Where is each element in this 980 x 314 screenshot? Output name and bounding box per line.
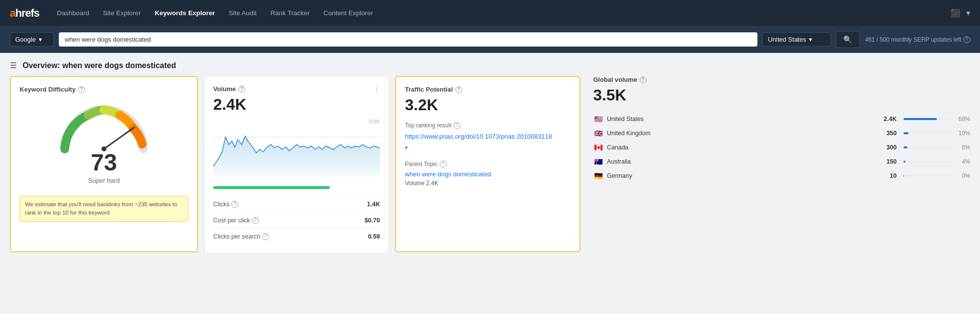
pct-uk: 10% [956,130,970,137]
vol-chart: 3.8K [213,118,380,181]
bar-us [904,118,937,120]
kd-help-icon[interactable]: ? [78,86,85,93]
serp-info: 461 / 500 monthly SERP updates left ? [865,36,970,43]
svg-point-1 [101,146,106,151]
bar-de [904,175,904,177]
global-help-icon[interactable]: ? [640,76,647,83]
flag-au: 🇦🇺 [593,158,603,165]
bar-wrap-uk [904,132,953,134]
country-arrow: ▾ [809,36,812,43]
tp-parent-keyword[interactable]: when were dogs domesticated [405,170,491,178]
flag-uk: 🇬🇧 [593,130,603,137]
country-us: United States [607,116,876,122]
global-main-number: 3.5K [593,86,970,104]
svg-line-0 [104,127,134,149]
cpc-value: $0.70 [365,217,380,224]
tp-volume: Volume 2.4K [405,180,571,187]
num-ca: 300 [879,144,897,151]
num-de: 10 [879,172,897,179]
vol-stat-cpc: Cost per click ? $0.70 [213,213,380,229]
nav-keywords-explorer[interactable]: Keywords Explorer [154,9,215,17]
vol-main-number: 2.4K [213,96,380,114]
clicks-help-icon[interactable]: ? [231,201,238,208]
vol-card-menu[interactable]: ⋮ [373,84,381,94]
bar-wrap-us [904,118,953,120]
bar-wrap-au [904,161,953,163]
bar-uk [904,132,908,134]
volume-card: Volume ? ⋮ 2.4K 3.8K [204,76,389,254]
search-bar: Google ▾ United States ▾ 🔍 461 / 500 mon… [0,26,980,53]
serp-updates-text: 461 / 500 monthly SERP updates left [865,36,961,43]
kd-label: Super hard [88,177,120,184]
tp-url-dropdown[interactable]: ▾ [405,145,408,150]
tp-parent-help-icon[interactable]: ? [440,161,447,168]
global-row-uk: 🇬🇧 United Kingdom 350 10% [593,126,970,141]
kd-gauge [55,100,153,154]
flag-de: 🇩🇪 [593,172,603,179]
bar-ca [904,146,907,148]
nav-content-explorer[interactable]: Content Explorer [324,9,373,17]
tp-card-title: Traffic Potential ? [405,86,571,93]
pct-au: 4% [956,158,970,165]
serp-help-icon[interactable]: ? [963,36,970,43]
pct-us: 68% [956,116,970,122]
tp-help-icon[interactable]: ? [455,86,462,93]
vol-stat-clicks: Clicks ? 1.4K [213,196,380,213]
vol-chart-max: 3.8K [369,119,380,124]
engine-arrow: ▾ [39,36,42,43]
nav-site-audit[interactable]: Site Audit [228,9,256,17]
global-volume-card: Global volume ? 3.5K 🇺🇸 United States 2.… [583,76,970,183]
num-uk: 350 [879,130,897,137]
cpc-help-icon[interactable]: ? [252,217,259,224]
global-card-title: Global volume ? [593,76,970,83]
num-us: 2.4K [879,116,897,122]
engine-label: Google [15,36,36,43]
global-row-de: 🇩🇪 Germany 10 0% [593,169,970,183]
country-au: Australia [607,158,876,165]
overview-header: ☰ Overview: when were dogs domesticated [0,53,980,76]
num-au: 150 [879,158,897,165]
search-input[interactable] [59,32,757,47]
country-label: United States [768,36,806,43]
cards-grid: Keyword Difficulty ? [0,76,980,264]
chevron-down-icon[interactable]: ▾ [966,8,970,18]
keyword-difficulty-card: Keyword Difficulty ? [10,76,198,252]
nav-site-explorer[interactable]: Site Explorer [103,9,141,17]
engine-select[interactable]: Google ▾ [10,32,54,47]
vol-card-title: Volume ? [213,85,380,93]
hamburger-icon[interactable]: ☰ [10,61,17,70]
tp-top-ranking-help-icon[interactable]: ? [453,122,460,129]
kd-note: We estimate that you'll need backlinks f… [20,196,188,222]
logo[interactable]: ahrefs [10,7,39,20]
bar-wrap-ca [904,146,953,148]
navbar: ahrefs Dashboard Site Explorer Keywords … [0,0,980,26]
flag-us: 🇺🇸 [593,116,603,122]
bar-au [904,161,905,163]
traffic-potential-card: Traffic Potential ? 3.2K Top ranking res… [395,76,580,252]
country-de: Germany [607,172,876,179]
clicks-value: 1.4K [367,201,380,208]
country-select[interactable]: United States ▾ [762,32,831,47]
nav-icons: ⬛ ▾ [951,8,970,18]
vol-stat-cps: Clicks per search ? 0.59 [213,229,380,244]
tp-parent-section: Parent Topic ? when were dogs domesticat… [405,161,571,187]
cps-value: 0.59 [368,233,380,240]
flag-ca: 🇨🇦 [593,144,603,151]
vol-help-icon[interactable]: ? [238,86,245,93]
cps-help-icon[interactable]: ? [262,233,269,240]
search-button[interactable]: 🔍 [836,31,860,48]
pct-de: 0% [956,172,970,179]
country-uk: United Kingdom [607,130,876,137]
tp-main-number: 3.2K [405,96,571,114]
vol-green-bar [213,186,330,189]
global-row-ca: 🇨🇦 Canada 300 8% [593,141,970,155]
tp-url[interactable]: https://www.pnas.org/doi/10.1073/pnas.20… [405,132,571,142]
pct-ca: 8% [956,144,970,151]
tp-top-ranking-label: Top ranking result ? [405,122,571,129]
page-title: Overview: when were dogs domesticated [23,61,176,70]
nav-rank-tracker[interactable]: Rank Tracker [270,9,309,17]
tp-parent-topic-label: Parent Topic ? [405,161,571,168]
bar-wrap-de [904,175,953,177]
monitor-icon[interactable]: ⬛ [951,8,960,18]
nav-dashboard[interactable]: Dashboard [57,9,89,17]
